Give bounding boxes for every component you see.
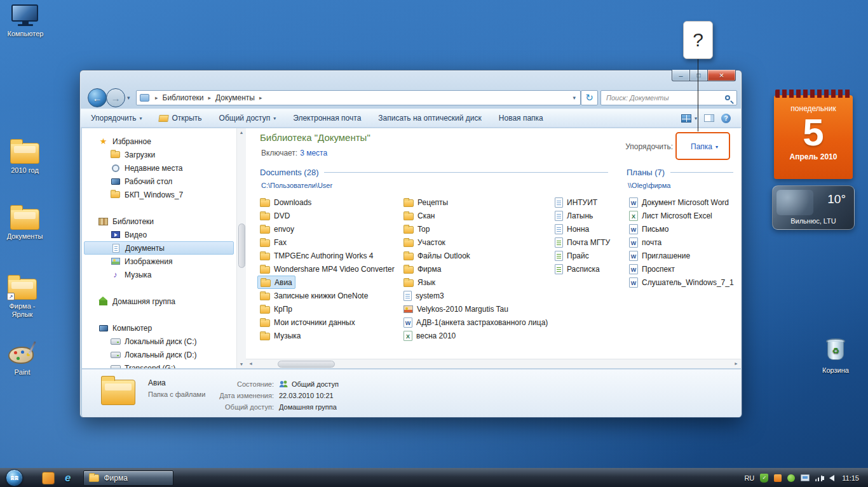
file-item[interactable]: Downloads	[257, 196, 397, 209]
file-item[interactable]: Рецепты	[401, 196, 550, 209]
file-item[interactable]: Латынь	[552, 209, 613, 222]
file-item[interactable]: Velykos-2010 Margutis Tau	[401, 302, 550, 316]
forward-button[interactable]: →	[106, 88, 125, 107]
nav-item-disk-c[interactable]: Локальный диск (C:)	[82, 335, 236, 348]
breadcrumb-libraries[interactable]: Библиотеки	[161, 93, 205, 102]
organize-button[interactable]: Упорядочить ▾	[91, 114, 142, 123]
locations-link[interactable]: 3 места	[300, 149, 327, 157]
file-item[interactable]: Fax	[257, 236, 397, 249]
scroll-up-icon[interactable]: ▲	[237, 130, 246, 135]
nav-libraries[interactable]: Библиотеки	[82, 215, 236, 228]
help-button[interactable]: ?	[721, 114, 731, 123]
nav-item-recent[interactable]: Недавние места	[82, 161, 236, 175]
file-item[interactable]: Музыка	[257, 329, 397, 342]
file-item[interactable]: Фирма	[401, 262, 550, 276]
back-button[interactable]: ←	[88, 88, 107, 107]
nav-item-desktop[interactable]: Рабочий стол	[82, 175, 236, 188]
nav-computer[interactable]: Компьютер	[82, 321, 236, 335]
nav-item-music[interactable]: ♪ Музыка	[82, 268, 236, 281]
refresh-button[interactable]: ↻	[581, 90, 598, 105]
file-item[interactable]: Top	[401, 222, 550, 236]
nav-item-downloads[interactable]: Загрузки	[82, 148, 236, 161]
group-header-plans[interactable]: Планы (7)	[627, 168, 733, 177]
open-button[interactable]: Открыть	[159, 114, 201, 123]
file-item[interactable]: Проспект	[627, 262, 736, 276]
scrollbar-thumb[interactable]	[238, 223, 245, 268]
tray-app-icon-green[interactable]	[787, 474, 795, 482]
language-indicator[interactable]: RU	[744, 474, 754, 482]
scroll-down-icon[interactable]: ▼	[237, 362, 246, 366]
scrollbar-thumb[interactable]	[278, 361, 335, 368]
file-item[interactable]: Расписка	[552, 262, 613, 276]
desktop-icon-documents[interactable]: Документы	[0, 204, 50, 241]
file-item[interactable]: Слушатель_Windows_7_1	[627, 276, 736, 289]
file-item[interactable]: Записные книжки OneNote	[257, 289, 397, 302]
arrange-by-folder-button[interactable]: Папка ▾	[691, 142, 718, 151]
file-item[interactable]: system3	[401, 289, 550, 302]
file-item[interactable]: Почта МГТУ	[552, 236, 613, 249]
breadcrumb-documents[interactable]: Документы	[214, 93, 256, 102]
file-item[interactable]: ИНТУИТ	[552, 196, 613, 209]
taskbar-button-firma[interactable]: Фирма	[83, 470, 173, 486]
file-item[interactable]: КрПр	[257, 302, 397, 316]
group-path-plans[interactable]: \\Oleg\фирма	[628, 182, 670, 189]
file-item[interactable]: Файлы Outlook	[401, 249, 550, 262]
start-button[interactable]	[6, 469, 23, 486]
group-path-documents[interactable]: C:\Пользователи\User	[261, 182, 332, 189]
desktop-icon-2010[interactable]: 2010 год	[0, 138, 50, 175]
nav-item-transcend[interactable]: Transcend (G:)	[82, 361, 236, 368]
nav-scrollbar[interactable]: ▲ ▼	[236, 128, 246, 368]
volume-icon[interactable]	[829, 475, 834, 481]
scroll-left-icon[interactable]: ◄	[248, 361, 253, 366]
nav-item-pictures[interactable]: Изображения	[82, 255, 236, 268]
file-item[interactable]: весна 2010	[401, 329, 550, 342]
new-folder-button[interactable]: Новая папка	[499, 114, 543, 123]
file-item[interactable]: почта	[627, 236, 736, 249]
preview-pane-button[interactable]	[704, 114, 714, 122]
desktop-icon-recycle-bin[interactable]: ♻ Корзина	[811, 338, 860, 375]
nav-item-bkp[interactable]: БКП_Windows_7	[82, 188, 236, 201]
file-item[interactable]: АДВ-1(анкета застрахованного лица)	[401, 316, 550, 329]
group-header-documents[interactable]: Documents (28)	[260, 168, 608, 177]
file-item[interactable]: Скан	[401, 209, 550, 222]
file-item[interactable]: Прайс	[552, 249, 613, 262]
minimize-button[interactable]: –	[672, 70, 690, 81]
email-button[interactable]: Электронная почта	[293, 114, 361, 123]
file-item[interactable]: Документ Microsoft Word	[627, 196, 736, 209]
nav-item-video[interactable]: Видео	[82, 228, 236, 241]
desktop-icon-paint[interactable]: Paint	[0, 343, 44, 377]
file-item[interactable]: Приглашение	[627, 249, 736, 262]
file-item-selected[interactable]: Авиа	[257, 276, 295, 289]
close-button[interactable]: ×	[707, 70, 736, 81]
security-shield-icon[interactable]: ✓	[760, 474, 768, 483]
file-item[interactable]: TMPGEnc Authoring Works 4	[257, 249, 397, 262]
file-item[interactable]: envoy	[257, 222, 397, 236]
calendar-gadget[interactable]: понедельник 5 Апрель 2010	[774, 90, 853, 179]
desktop-icon-computer[interactable]: Компьютер	[1, 4, 50, 38]
address-bar[interactable]: ▸ Библиотеки ▸ Документы ▸ ▾	[136, 90, 581, 105]
quick-launch-icon[interactable]	[42, 472, 55, 484]
file-item[interactable]: DVD	[257, 209, 397, 222]
maximize-button[interactable]: □	[690, 70, 707, 81]
file-item[interactable]: Письмо	[627, 222, 736, 236]
weather-gadget[interactable]: 10° Вильнюс, LTU	[772, 185, 855, 230]
nav-homegroup[interactable]: Домашняя группа	[82, 295, 236, 308]
history-dropdown[interactable]: ▾	[127, 95, 130, 101]
search-input[interactable]: Поиск: Документы	[600, 90, 737, 105]
nav-item-documents[interactable]: Документы	[84, 241, 234, 255]
file-item[interactable]: Участок	[401, 236, 550, 249]
address-dropdown-icon[interactable]: ▾	[573, 95, 580, 101]
desktop-icon-firma-shortcut[interactable]: ↗ Фирма - Ярлык	[0, 274, 44, 319]
change-view-button[interactable]: ▾	[681, 114, 697, 123]
horizontal-scrollbar[interactable]: ◄ ►	[246, 359, 741, 368]
tray-app-icon-orange[interactable]	[774, 474, 782, 482]
nav-favorites[interactable]: ★ Избранное	[82, 135, 236, 148]
nav-item-disk-d[interactable]: Локальный диск (D:)	[82, 348, 236, 361]
clock[interactable]: 11:15	[842, 474, 859, 482]
network-icon[interactable]	[801, 474, 810, 481]
file-item[interactable]: Wondershare MP4 Video Converter	[257, 262, 397, 276]
scroll-right-icon[interactable]: ►	[734, 361, 738, 366]
file-item[interactable]: Язык	[401, 276, 550, 289]
internet-explorer-icon[interactable]: e	[65, 472, 71, 484]
file-item[interactable]: Лист Microsoft Excel	[627, 209, 736, 222]
